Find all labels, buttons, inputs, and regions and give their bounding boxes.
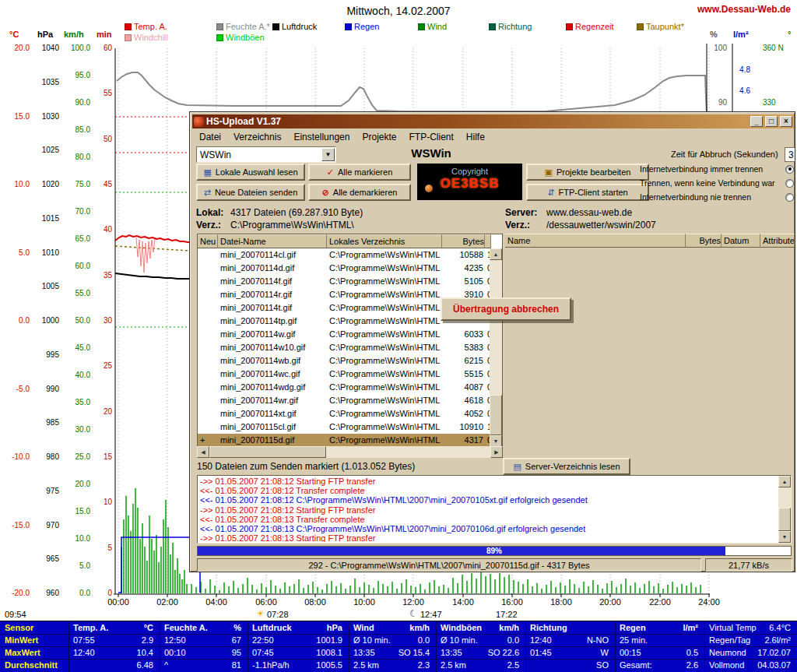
radio-circle [785, 179, 794, 188]
dialog-title: HS-Upload V1.37 [206, 114, 748, 128]
maximize-button[interactable]: □ [765, 116, 778, 127]
menu-datei[interactable]: Datei [193, 131, 227, 143]
cell-bytes: 5515 [442, 368, 485, 381]
table-row[interactable]: mini_20070115cl.gifC:\Programme\WsWin\HT… [198, 420, 491, 434]
table-row[interactable]: mini_20070114cl.gifC:\Programme\WsWin\HT… [198, 248, 491, 262]
vertical-scrollbar[interactable]: ▲ ▼ [490, 248, 502, 447]
log-line: <<- 01.05.2007 21:08:12 Transfer complet… [200, 486, 778, 495]
stats-row-label: Sensor [5, 622, 33, 633]
moonrise-icon: ☾ [409, 608, 418, 619]
column-header[interactable] [485, 234, 491, 248]
scroll-left-button[interactable]: ◀ [197, 446, 209, 458]
column-header[interactable]: Bytes [686, 234, 722, 248]
stats-value: N-NO [525, 635, 609, 646]
connection-options: Internetverbindung immer trennenTrennen,… [640, 162, 794, 204]
column-header[interactable]: Neu [198, 234, 218, 248]
column-header[interactable]: Name [505, 234, 686, 248]
server-dir: /dessauwetter/wswin/2007 [546, 220, 656, 230]
table-row[interactable]: +mini_20070115d.gifC:\Programme\WsWin\HT… [198, 434, 491, 447]
table-row[interactable]: mini_20070114wb.gifC:\Programme\WsWin\HT… [198, 354, 491, 368]
dialog-titlebar[interactable]: HS-Upload V1.37 _ □ × [192, 114, 794, 128]
start-ftp-button[interactable]: ⇵ FTP-Client starten [526, 184, 649, 201]
cell-dir: C:\Programme\WsWin\HTML [327, 407, 442, 420]
stats-col-unit: l/m² [615, 622, 698, 633]
local-dir: C:\Programme\WsWin\HTML\ [230, 220, 354, 230]
server-label: Server: [505, 207, 537, 218]
menu-ftpclient[interactable]: FTP-Client [402, 131, 459, 143]
radio-option-1[interactable]: Trennen, wenn keine Verbindung war [640, 176, 794, 190]
column-header[interactable]: Lokales Verzeichnis [327, 234, 442, 248]
scroll-down-button[interactable]: ▼ [778, 531, 791, 543]
column-header[interactable]: Bytes [442, 234, 485, 248]
log-scrollbar[interactable]: ▲ ▼ [778, 476, 791, 543]
table-row[interactable]: mini_20070114xt.gifC:\Programme\WsWin\HT… [198, 407, 491, 420]
read-local-button[interactable]: ▦ Lokale Auswahl lesen [196, 164, 305, 181]
stats-value: 0.0 [436, 635, 519, 646]
cell-dir: C:\Programme\WsWin\HTML [327, 328, 442, 341]
mark-all-button[interactable]: ✓ Alle markieren [308, 164, 411, 181]
cell-name: mini_20070114tp.gif [218, 315, 327, 328]
table-row[interactable]: mini_20070114wc.gifC:\Programme\WsWin\HT… [198, 368, 491, 381]
stats-value: 2.6 [615, 660, 698, 670]
radio-option-0[interactable]: Internetverbindung immer trennen [640, 162, 794, 176]
stats-row-label: MinWert [5, 635, 38, 646]
stats-value: 95 [160, 647, 241, 658]
horizontal-scrollbar[interactable]: ◀ ▶ [197, 446, 503, 458]
table-row[interactable]: mini_20070114wdg.gifC:\Programme\WsWin\H… [198, 381, 491, 394]
menu-verzeichnis[interactable]: Verzeichnis [227, 131, 287, 143]
scroll-right-button[interactable]: ▶ [490, 446, 503, 458]
combo-dropdown-icon[interactable]: ▼ [321, 148, 335, 161]
hs-upload-dialog: HS-Upload V1.37 _ □ × DateiVerzeichnisEi… [189, 111, 795, 572]
stats-extra-value: 2.6l/m² [704, 635, 791, 646]
scrollbar-thumb[interactable] [490, 395, 502, 435]
stats-value: 2.5 [436, 660, 519, 670]
cell-dir: C:\Programme\WsWin\HTML [327, 434, 442, 447]
unmark-all-button[interactable]: ⊘ Alle demarkieren [308, 184, 411, 201]
timeout-input[interactable]: 3 [785, 147, 795, 162]
stats-value: 2.3 [349, 660, 430, 670]
cell-neu [198, 354, 218, 368]
read-server-button[interactable]: ▤ Server-Verzeichnis lesen [503, 458, 630, 475]
radio-option-2[interactable]: Internetverbindung nie trennen [640, 190, 794, 204]
scroll-up-button[interactable]: ▲ [778, 476, 791, 487]
stats-col-unit: hPa [248, 622, 342, 633]
table-row[interactable]: mini_20070114wr.gifC:\Programme\WsWin\HT… [198, 394, 491, 407]
cell-bytes: 4317 [442, 434, 485, 447]
stats-value: 2.9 [68, 635, 153, 646]
scroll-up-button[interactable]: ▲ [490, 248, 502, 260]
menu-hilfe[interactable]: Hilfe [460, 131, 491, 143]
close-button[interactable]: × [780, 116, 792, 127]
read-local-label: Lokale Auswahl lesen [216, 167, 298, 177]
table-header-row: NameBytesDatumAttribute [505, 234, 795, 248]
cell-neu [198, 248, 218, 262]
cancel-transfer-button[interactable]: Übertragung abbrechen [441, 297, 571, 321]
scroll-down-button[interactable]: ▼ [490, 435, 502, 447]
moonrise-time: 12:47 [420, 610, 442, 619]
log-line: <<- 01.05.2007 21:08:12 C:\Programme\WsW… [200, 495, 778, 505]
table-row[interactable]: mini_20070114d.gifC:\Programme\WsWin\HTM… [198, 262, 491, 275]
sunrise-icon: ☀ [256, 608, 265, 619]
edit-projects-button[interactable]: ▣ Projekte bearbeiten [526, 164, 649, 181]
menu-projekte[interactable]: Projekte [356, 131, 402, 143]
scrollbar-thumb[interactable] [778, 508, 791, 531]
column-header[interactable]: Attribute [760, 234, 795, 248]
timeout-label: Zeit für Abbruch (Sekunden) [671, 150, 778, 159]
table-row[interactable]: mini_20070114w.gifC:\Programme\WsWin\HTM… [198, 328, 491, 341]
column-header[interactable]: Datum [722, 234, 760, 248]
table-row[interactable]: mini_20070114w10.gifC:\Programme\WsWin\H… [198, 341, 491, 354]
app-icon [194, 117, 204, 127]
cell-neu [198, 288, 218, 301]
cell-dir: C:\Programme\WsWin\HTML [327, 288, 442, 301]
column-header[interactable]: Datei-Name [218, 234, 327, 248]
server-dir-label: Verz.: [505, 220, 530, 230]
minimize-button[interactable]: _ [750, 116, 763, 127]
menu-einstellungen[interactable]: Einstellungen [287, 131, 356, 143]
send-new-button[interactable]: ⇄ Neue Dateien senden [196, 184, 305, 201]
edit-projects-label: Projekte bearbeiten [556, 167, 630, 177]
table-row[interactable]: mini_20070114f.gifC:\Programme\WsWin\HTM… [198, 275, 491, 288]
start-ftp-label: FTP-Client starten [558, 188, 627, 197]
cell-neu [198, 315, 218, 328]
scrollbar-thumb[interactable] [209, 446, 326, 458]
cell-neu: + [198, 434, 218, 447]
project-select[interactable]: WSWin ▼ [196, 146, 336, 163]
